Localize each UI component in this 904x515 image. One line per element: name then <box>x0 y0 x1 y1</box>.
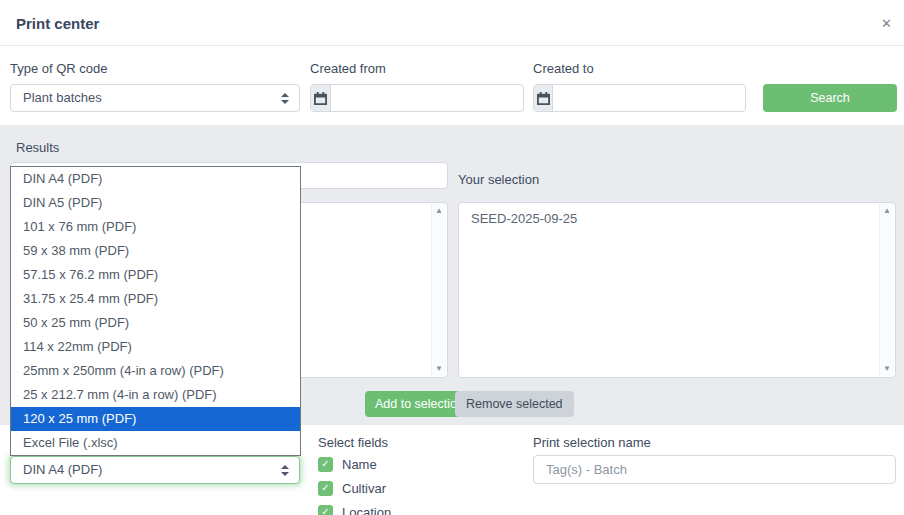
dropdown-option[interactable]: 31.75 x 25.4 mm (PDF) <box>11 287 300 311</box>
selection-scrollbar[interactable]: ▲ ▼ <box>879 204 894 376</box>
print-selection-name-label: Print selection name <box>533 435 651 450</box>
checkbox-checked-icon[interactable]: ✓ <box>318 481 333 496</box>
page-title: Print center <box>16 15 99 32</box>
dropdown-option[interactable]: 120 x 25 mm (PDF) <box>11 407 300 431</box>
checkbox-label: Location <box>342 505 391 515</box>
format-select[interactable]: DIN A4 (PDF) <box>10 456 300 484</box>
select-fields-label: Select fields <box>318 435 388 450</box>
dropdown-option[interactable]: 114 x 22mm (PDF) <box>11 335 300 359</box>
format-select-value: DIN A4 (PDF) <box>23 462 102 477</box>
dropdown-option[interactable]: 101 x 76 mm (PDF) <box>11 215 300 239</box>
created-to-input[interactable] <box>553 85 745 111</box>
checkbox-label: Name <box>342 457 377 472</box>
type-of-qr-label: Type of QR code <box>10 61 108 76</box>
dropdown-option[interactable]: DIN A5 (PDF) <box>11 191 300 215</box>
scroll-up-icon[interactable]: ▲ <box>883 207 891 215</box>
field-checkbox-row[interactable]: ✓ Cultivar <box>318 480 386 496</box>
created-from-group <box>310 84 524 112</box>
close-icon[interactable]: ✕ <box>881 16 892 31</box>
results-label: Results <box>16 140 59 155</box>
dropdown-option[interactable]: 25mm x 250mm (4-in a row) (PDF) <box>11 359 300 383</box>
scroll-down-icon[interactable]: ▼ <box>435 365 443 373</box>
selection-listbox[interactable]: SEED-2025-09-25 ▲ ▼ <box>458 202 896 378</box>
qr-type-select-value: Plant batches <box>23 90 102 105</box>
created-from-input[interactable] <box>331 85 523 111</box>
remove-selected-button[interactable]: Remove selected <box>455 391 574 417</box>
created-to-label: Created to <box>533 61 594 76</box>
scroll-up-icon[interactable]: ▲ <box>435 207 443 215</box>
checkbox-checked-icon[interactable]: ✓ <box>318 457 333 472</box>
dropdown-option[interactable]: DIN A4 (PDF) <box>11 167 300 191</box>
format-dropdown-list: DIN A4 (PDF)DIN A5 (PDF)101 x 76 mm (PDF… <box>10 166 301 456</box>
dropdown-option[interactable]: 25 x 212.7 mm (4-in a row) (PDF) <box>11 383 300 407</box>
field-checkbox-row[interactable]: ✓ Name <box>318 456 377 472</box>
calendar-icon[interactable] <box>311 85 331 111</box>
results-scrollbar[interactable]: ▲ ▼ <box>431 204 446 376</box>
dropdown-option[interactable]: 50 x 25 mm (PDF) <box>11 311 300 335</box>
select-arrows-icon <box>281 465 289 476</box>
field-checkbox-row[interactable]: ✓ Location <box>318 504 391 515</box>
calendar-icon[interactable] <box>534 85 553 111</box>
created-from-label: Created from <box>310 61 386 76</box>
select-arrows-icon <box>281 93 289 104</box>
scroll-down-icon[interactable]: ▼ <box>883 365 891 373</box>
checkbox-checked-icon[interactable]: ✓ <box>318 505 333 515</box>
selection-item[interactable]: SEED-2025-09-25 <box>459 203 895 228</box>
checkbox-label: Cultivar <box>342 481 386 496</box>
print-selection-name-input[interactable] <box>533 455 896 484</box>
qr-type-select[interactable]: Plant batches <box>10 84 300 112</box>
created-to-group <box>533 84 746 112</box>
your-selection-label: Your selection <box>458 172 539 187</box>
print-center-modal: Print center ✕ Type of QR code Plant bat… <box>0 0 904 515</box>
search-button[interactable]: Search <box>763 84 897 112</box>
dropdown-option[interactable]: Excel File (.xlsc) <box>11 431 300 455</box>
dropdown-option[interactable]: 59 x 38 mm (PDF) <box>11 239 300 263</box>
dropdown-option[interactable]: 57.15 x 76.2 mm (PDF) <box>11 263 300 287</box>
modal-header: Print center ✕ <box>0 0 904 46</box>
